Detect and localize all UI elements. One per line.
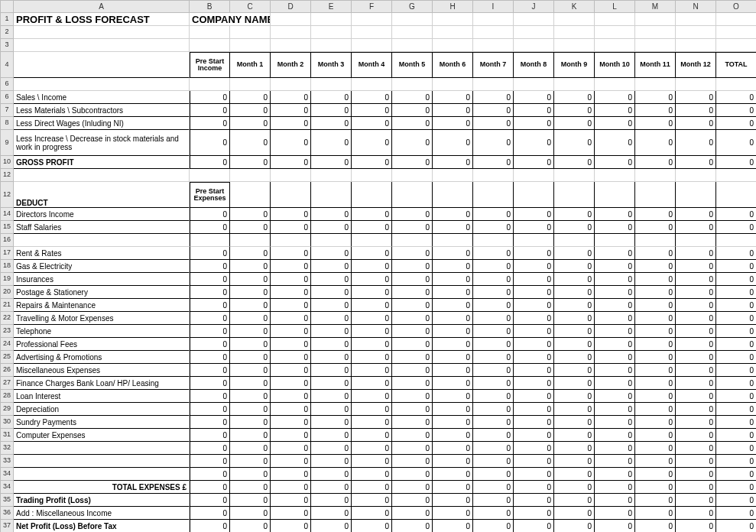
empty-cell[interactable] (473, 26, 514, 39)
data-cell[interactable]: 0 (311, 286, 352, 299)
data-cell[interactable]: 0 (392, 286, 433, 299)
data-cell[interactable] (311, 234, 352, 247)
data-cell[interactable]: 0 (433, 91, 473, 104)
data-cell[interactable]: 0 (635, 442, 676, 455)
data-cell[interactable]: 0 (311, 221, 352, 234)
empty-cell[interactable] (311, 182, 352, 208)
row-header[interactable]: 19 (0, 273, 14, 286)
data-cell[interactable]: 0 (473, 338, 514, 351)
data-cell[interactable]: 0 (190, 91, 230, 104)
data-cell[interactable]: 0 (514, 364, 554, 377)
data-cell[interactable]: 0 (311, 390, 352, 403)
data-cell[interactable]: 0 (352, 416, 392, 429)
data-cell[interactable]: 0 (352, 507, 392, 520)
empty-cell[interactable] (14, 26, 190, 39)
data-cell[interactable]: 0 (311, 377, 352, 390)
data-cell[interactable]: 0 (514, 117, 554, 130)
empty-cell[interactable] (554, 13, 595, 26)
data-cell[interactable]: 0 (352, 221, 392, 234)
data-cell[interactable]: 0 (635, 494, 676, 507)
column-header[interactable]: M (635, 0, 676, 13)
data-cell[interactable]: 0 (311, 247, 352, 260)
data-cell[interactable]: 0 (352, 325, 392, 338)
data-cell[interactable]: 0 (554, 221, 595, 234)
data-cell[interactable]: 0 (190, 468, 230, 481)
empty-cell[interactable] (190, 78, 230, 91)
empty-cell[interactable] (352, 182, 392, 208)
row-header[interactable]: 14 (0, 208, 14, 221)
data-cell[interactable]: 0 (271, 403, 311, 416)
data-cell[interactable]: 0 (352, 390, 392, 403)
data-cell[interactable]: 0 (392, 351, 433, 364)
data-cell[interactable]: 0 (595, 325, 635, 338)
data-cell[interactable]: 0 (676, 130, 716, 156)
empty-cell[interactable] (676, 182, 716, 208)
data-cell[interactable]: 0 (271, 130, 311, 156)
empty-cell[interactable] (433, 169, 473, 182)
data-cell[interactable]: 0 (230, 403, 271, 416)
row-header[interactable]: 12 (0, 182, 14, 208)
data-cell[interactable]: 0 (352, 286, 392, 299)
data-cell[interactable]: 0 (716, 468, 756, 481)
empty-cell[interactable] (635, 78, 676, 91)
row-header[interactable]: 30 (0, 416, 14, 429)
data-cell[interactable]: 0 (271, 91, 311, 104)
data-cell[interactable]: 0 (271, 156, 311, 169)
data-cell[interactable]: 0 (230, 507, 271, 520)
data-cell[interactable]: 0 (190, 338, 230, 351)
data-cell[interactable]: 0 (311, 208, 352, 221)
column-header[interactable]: J (514, 0, 554, 13)
data-cell[interactable]: 0 (595, 403, 635, 416)
data-cell[interactable]: 0 (311, 468, 352, 481)
data-cell[interactable]: 0 (716, 338, 756, 351)
data-cell[interactable]: 0 (352, 338, 392, 351)
data-cell[interactable]: 0 (676, 429, 716, 442)
data-cell[interactable]: 0 (676, 325, 716, 338)
data-cell[interactable]: 0 (514, 208, 554, 221)
data-cell[interactable]: 0 (716, 208, 756, 221)
data-cell[interactable]: 0 (473, 520, 514, 532)
data-cell[interactable]: 0 (433, 104, 473, 117)
empty-cell[interactable] (271, 78, 311, 91)
data-cell[interactable]: 0 (392, 338, 433, 351)
data-cell[interactable]: 0 (271, 520, 311, 532)
empty-cell[interactable] (230, 169, 271, 182)
data-cell[interactable]: 0 (352, 260, 392, 273)
empty-cell[interactable] (271, 39, 311, 52)
empty-cell[interactable] (514, 13, 554, 26)
empty-cell[interactable] (716, 182, 756, 208)
data-cell[interactable]: 0 (271, 312, 311, 325)
data-cell[interactable]: 0 (514, 247, 554, 260)
data-cell[interactable]: 0 (716, 442, 756, 455)
row-header[interactable]: 7 (0, 104, 14, 117)
data-cell[interactable]: 0 (392, 156, 433, 169)
empty-cell[interactable] (554, 39, 595, 52)
data-cell[interactable]: 0 (433, 442, 473, 455)
data-cell[interactable]: 0 (392, 325, 433, 338)
data-cell[interactable]: 0 (433, 156, 473, 169)
data-cell[interactable]: 0 (554, 429, 595, 442)
data-cell[interactable]: 0 (635, 351, 676, 364)
data-cell[interactable]: 0 (595, 104, 635, 117)
empty-cell[interactable] (230, 26, 271, 39)
data-cell[interactable]: 0 (595, 351, 635, 364)
data-cell[interactable]: 0 (230, 364, 271, 377)
data-cell[interactable]: 0 (433, 429, 473, 442)
empty-cell[interactable] (514, 78, 554, 91)
data-cell[interactable]: 0 (230, 416, 271, 429)
empty-cell[interactable] (392, 13, 433, 26)
data-cell[interactable]: 0 (473, 247, 514, 260)
row-header[interactable]: 28 (0, 390, 14, 403)
data-cell[interactable]: 0 (514, 312, 554, 325)
data-cell[interactable]: 0 (514, 468, 554, 481)
data-cell[interactable]: 0 (473, 507, 514, 520)
data-cell[interactable]: 0 (676, 338, 716, 351)
row-header[interactable]: 1 (0, 13, 14, 26)
data-cell[interactable]: 0 (514, 390, 554, 403)
data-cell[interactable]: 0 (676, 117, 716, 130)
data-cell[interactable]: 0 (635, 325, 676, 338)
data-cell[interactable]: 0 (595, 520, 635, 532)
data-cell[interactable]: 0 (392, 312, 433, 325)
empty-cell[interactable] (676, 26, 716, 39)
data-cell[interactable]: 0 (271, 455, 311, 468)
